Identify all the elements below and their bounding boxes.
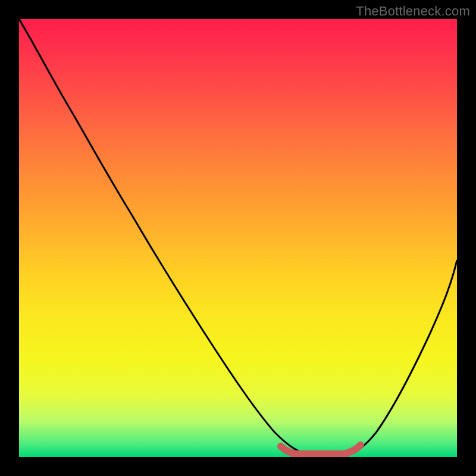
chart-svg [19,19,457,457]
sweet-spot-marker [281,445,361,454]
watermark-text: TheBottleneck.com [356,4,470,19]
bottleneck-curve [19,19,457,455]
plot-area [19,19,457,457]
chart-container: TheBottleneck.com [0,0,476,476]
